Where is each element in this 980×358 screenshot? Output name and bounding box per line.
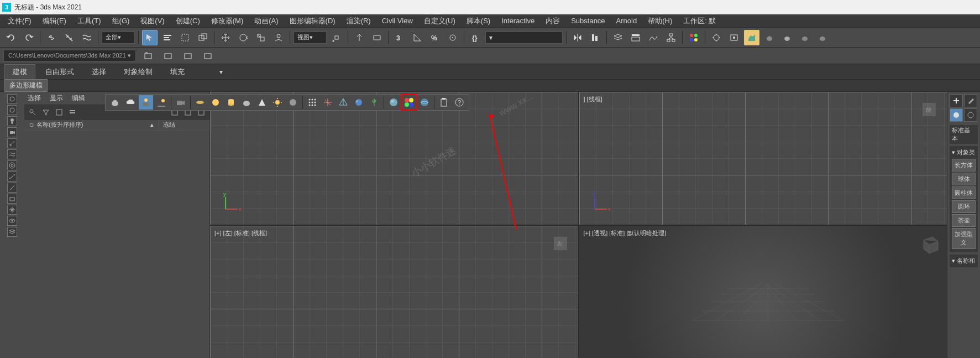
se-tab-display[interactable]: 显示: [50, 94, 63, 103]
ft-cylinder-icon[interactable]: [224, 95, 238, 110]
spinner-snap-button[interactable]: [445, 30, 460, 45]
ft-teapot2-icon[interactable]: [239, 95, 254, 110]
se-tab-edit[interactable]: 编辑: [72, 94, 85, 103]
side-helpers-icon[interactable]: [7, 138, 17, 148]
viewport-perspective[interactable]: [+] [透视] [标准] [默认明暗处理]: [579, 226, 947, 359]
ribbon-sub-polymodeling[interactable]: 多边形建模: [4, 79, 48, 92]
menu-modifiers[interactable]: 修改器(M): [206, 15, 249, 27]
ft-blob-icon[interactable]: [352, 95, 366, 110]
render-teapot2-button[interactable]: [779, 30, 795, 45]
menu-interactive[interactable]: Interactive: [496, 15, 540, 26]
menu-edit[interactable]: 编辑(E): [37, 15, 72, 27]
select-by-name-button[interactable]: [160, 30, 175, 45]
ft-help-icon[interactable]: ?: [452, 95, 467, 110]
rectangular-selection-button[interactable]: [177, 30, 193, 45]
schematic-view-button[interactable]: [663, 30, 679, 45]
render-teapot4-button[interactable]: [815, 30, 830, 45]
side-bone-icon[interactable]: [7, 172, 17, 181]
menu-workspace[interactable]: 工作区: 默: [678, 15, 721, 27]
menu-help[interactable]: 帮助(H): [642, 15, 678, 27]
viewport-perspective-label[interactable]: [+] [透视] [标准] [默认明暗处理]: [584, 229, 667, 237]
ft-sphere-icon[interactable]: [208, 95, 223, 110]
placement-button[interactable]: [271, 30, 286, 45]
menu-customize[interactable]: 自定义(U): [418, 15, 461, 27]
viewcube-front-icon[interactable]: 前: [916, 96, 942, 123]
ft-axis-icon[interactable]: [321, 95, 335, 110]
side-freeze-icon[interactable]: [7, 205, 17, 215]
menu-create[interactable]: 创建(C): [170, 15, 206, 27]
ft-plane-icon[interactable]: [193, 95, 207, 110]
ft-sun-icon[interactable]: [270, 95, 285, 110]
se-filter-icon[interactable]: [40, 106, 52, 118]
menu-substance[interactable]: Substance: [565, 15, 610, 26]
side-tape-icon[interactable]: [7, 183, 17, 193]
ribbon-tab-modeling[interactable]: 建模: [4, 64, 35, 80]
ribbon-tab-freeform[interactable]: 自由形式: [38, 65, 82, 79]
reference-coord-dropdown[interactable]: 视图 ▾: [294, 32, 327, 44]
shapes-cat-icon[interactable]: [964, 108, 977, 122]
side-geometry-icon[interactable]: [7, 94, 17, 104]
side-lights-icon[interactable]: [7, 116, 17, 126]
path-btn3[interactable]: [180, 48, 196, 64]
menu-civil-view[interactable]: Civil View: [376, 15, 418, 26]
select-object-button[interactable]: [142, 30, 158, 45]
side-spacewarps-icon[interactable]: [7, 149, 17, 159]
render-frame-button[interactable]: [726, 30, 742, 45]
menu-graph-editors[interactable]: 图形编辑器(D): [284, 15, 341, 27]
create-tab-icon[interactable]: [950, 94, 963, 107]
link-button[interactable]: [44, 30, 59, 45]
ft-daylight-icon[interactable]: [139, 95, 153, 110]
align-button[interactable]: [588, 30, 603, 45]
ft-tetra-icon[interactable]: [336, 95, 350, 110]
se-sort-icon[interactable]: [53, 106, 65, 118]
ft-teapot-icon[interactable]: [108, 95, 122, 110]
toggle-ribbon-button[interactable]: [628, 30, 643, 45]
selection-filter-dropdown[interactable]: 全部 ▾: [102, 32, 135, 44]
ribbon-tab-selection[interactable]: 选择: [84, 65, 114, 79]
manipulate-button[interactable]: [352, 30, 367, 45]
render-teapot3-button[interactable]: [797, 30, 813, 45]
mirror-button[interactable]: [570, 30, 585, 45]
viewport-left-label[interactable]: [+] [左] [标准] [线框]: [214, 229, 267, 237]
move-button[interactable]: [218, 30, 233, 45]
ft-array-icon[interactable]: [305, 95, 319, 110]
named-selection-button[interactable]: {}: [468, 30, 483, 45]
undo-button[interactable]: [3, 30, 19, 45]
ft-material-balls-icon[interactable]: [402, 95, 416, 110]
se-tab-select[interactable]: 选择: [28, 94, 41, 103]
btn-textplus[interactable]: 加强型文: [952, 228, 976, 249]
ft-foliage-icon[interactable]: [367, 95, 381, 110]
ft-sunlight-icon[interactable]: [154, 95, 169, 110]
btn-box[interactable]: 长方体: [952, 159, 976, 172]
ft-sphere2-icon[interactable]: [286, 95, 300, 110]
keyboard-shortcut-button[interactable]: [369, 30, 385, 45]
side-display-icon[interactable]: [7, 216, 17, 226]
menu-views[interactable]: 视图(V): [135, 15, 170, 27]
curve-editor-button[interactable]: [646, 30, 661, 45]
render-production-button[interactable]: [744, 30, 759, 45]
btn-teapot[interactable]: 茶壶: [952, 214, 976, 227]
side-systems-icon[interactable]: [7, 160, 17, 170]
btn-torus[interactable]: 圆环: [952, 200, 976, 213]
menu-arnold[interactable]: Arnold: [611, 15, 643, 26]
se-view-icon[interactable]: [66, 106, 78, 118]
se-col-freeze[interactable]: 冻结: [159, 120, 209, 130]
ft-cone-icon[interactable]: [255, 95, 269, 110]
ft-sphere3-icon[interactable]: [386, 95, 401, 110]
ribbon-tab-populate[interactable]: 填充: [163, 65, 192, 79]
menu-scripting[interactable]: 脚本(S): [461, 15, 496, 27]
unlink-button[interactable]: [61, 30, 77, 45]
geometry-cat-icon[interactable]: [950, 108, 963, 122]
path-btn4[interactable]: [200, 48, 216, 64]
ft-sphere-map-icon[interactable]: [417, 95, 432, 110]
side-container-icon[interactable]: [7, 194, 17, 204]
ft-camera-icon[interactable]: [174, 95, 188, 110]
menu-animation[interactable]: 动画(A): [249, 15, 284, 27]
menu-content[interactable]: 内容: [540, 15, 565, 27]
ribbon-minimize-button[interactable]: ▾: [213, 64, 229, 80]
viewcube-left-icon[interactable]: 左: [547, 230, 574, 257]
scale-button[interactable]: [253, 30, 269, 45]
material-editor-button[interactable]: [686, 30, 701, 45]
ft-paste-icon[interactable]: [437, 95, 451, 110]
rotate-button[interactable]: [235, 30, 251, 45]
